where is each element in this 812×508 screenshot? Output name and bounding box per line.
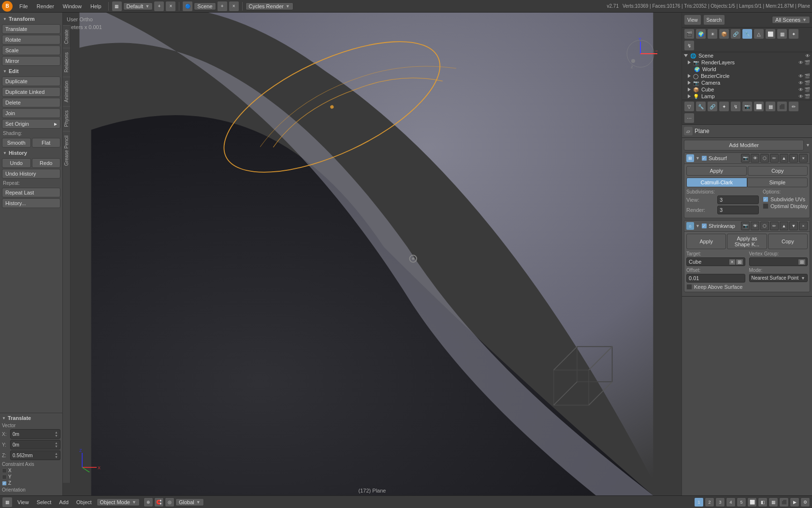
3d-viewport[interactable]: User Ortho Meters x 0.001 → Y Z [63, 13, 682, 495]
renderlayers-eye[interactable]: 👁 [798, 60, 803, 65]
shrinkwrap-apply-button[interactable]: Apply [686, 234, 726, 249]
constraints-icon[interactable]: 🔗 [730, 29, 741, 39]
obj-constraint-icon[interactable]: 🔗 [707, 101, 718, 112]
proportional-icon[interactable]: ◎ [165, 497, 174, 507]
cube-item[interactable]: 📦 Cube 👁 🎬 [682, 86, 812, 93]
scale-button[interactable]: Scale [2, 45, 60, 55]
viewport-type-icon[interactable]: ▦ [2, 497, 13, 508]
subsurf-catmull-tab[interactable]: Catmull-Clark [686, 178, 747, 187]
obj-data-icon[interactable]: ▽ [684, 101, 695, 112]
target-clear-button[interactable]: × [729, 259, 735, 265]
shrinkwrap-down-icon[interactable]: ▼ [789, 222, 798, 230]
bezier-circle-item[interactable]: ◯ BezierCircle 👁 🎬 [682, 73, 812, 79]
menu-help[interactable]: Help [87, 2, 105, 10]
render-layers-item[interactable]: 📷 RenderLayers 👁 🎬 [682, 59, 812, 66]
x-axis-value[interactable]: 0m ▲▼ [10, 429, 60, 439]
render-props-icon[interactable]: 🎬 [684, 29, 695, 39]
menu-window[interactable]: Window [59, 2, 86, 10]
obj-physics-icon[interactable]: ↯ [730, 101, 741, 112]
shrinkwrap-enable-checkbox[interactable]: ✓ [701, 223, 707, 229]
physics-icon[interactable]: ↯ [684, 40, 695, 51]
all-scenes-dropdown[interactable]: All Scenes ▼ [772, 16, 810, 24]
z-constraint-checkbox[interactable]: ✓ [2, 481, 7, 486]
texture-icon[interactable]: ▦ [777, 29, 787, 39]
bottom-view-btn[interactable]: View [14, 498, 32, 506]
mode-dropdown[interactable]: Nearest Surface Point ▼ [749, 274, 808, 282]
world-props-icon[interactable]: ☀ [707, 29, 718, 39]
add-screen-icon[interactable]: + [154, 1, 164, 12]
shrinkwrap-eye-icon[interactable]: 👁 [751, 222, 759, 230]
layer-icon-3[interactable]: 3 [715, 497, 725, 507]
layer-icon-5[interactable]: 5 [737, 497, 746, 507]
join-button[interactable]: Join [2, 108, 60, 118]
subsurf-apply-button[interactable]: Apply [686, 166, 747, 176]
lamp-eye[interactable]: 👁 [798, 94, 803, 99]
sidebar-tab-physics[interactable]: Physics [63, 106, 70, 131]
render-mode-icon[interactable]: ⬜ [747, 497, 757, 507]
subsurf-up-icon[interactable]: ▲ [780, 154, 788, 163]
remove-screen-icon[interactable]: × [165, 1, 176, 12]
optimal-display-checkbox[interactable] [763, 203, 768, 209]
set-origin-button[interactable]: Set Origin ▶ [2, 119, 60, 129]
flat-button[interactable]: Flat [32, 138, 61, 148]
offset-value[interactable]: 0.01 [686, 274, 745, 283]
renderlayers-render[interactable]: 🎬 [804, 60, 810, 65]
target-field[interactable]: Cube × ⊞ [686, 257, 745, 266]
mirror-button[interactable]: Mirror [2, 56, 60, 66]
redo-button[interactable]: Redo [32, 158, 61, 168]
vertex-group-field[interactable]: ⊞ [749, 257, 808, 266]
render-texture-icon[interactable]: ▦ [768, 497, 778, 507]
shrinkwrap-render-icon[interactable]: 📷 [741, 222, 750, 230]
bottom-object-btn[interactable]: Object [73, 498, 95, 506]
shrinkwrap-up-icon[interactable]: ▲ [780, 222, 788, 230]
obj-texture-icon[interactable]: ▦ [765, 101, 776, 112]
object-props-icon[interactable]: 📦 [719, 29, 729, 39]
bottom-select-btn[interactable]: Select [34, 498, 55, 506]
camera-render[interactable]: 🎬 [804, 80, 810, 86]
obj-camera-icon[interactable]: 📷 [742, 101, 753, 112]
menu-render[interactable]: Render [33, 2, 58, 10]
x-constraint-checkbox[interactable] [2, 468, 7, 473]
sidebar-tab-grease[interactable]: Grease Pencil [63, 131, 70, 170]
obj-material-icon[interactable]: ⬜ [754, 101, 764, 112]
scene-item[interactable]: 🌐 Scene 👁 [682, 52, 812, 59]
obj-edit-icon[interactable]: ✏ [788, 101, 799, 112]
search-button[interactable]: Search [703, 15, 725, 25]
subsurf-copy-button[interactable]: Copy [748, 166, 808, 176]
mode-dropdown-bottom[interactable]: Object Mode ▼ [97, 498, 140, 506]
sidebar-tab-relations[interactable]: Relations [63, 48, 70, 76]
subsurf-cage-icon[interactable]: ⬡ [760, 154, 769, 163]
render-engine-dropdown[interactable]: Cycles Render ▼ [246, 2, 293, 10]
smooth-button[interactable]: Smooth [2, 138, 31, 148]
camera-eye[interactable]: 👁 [798, 80, 803, 86]
modifiers-icon[interactable]: 🔧 [742, 29, 753, 39]
scene-dropdown[interactable]: Scene [194, 2, 216, 10]
y-axis-value[interactable]: 0m ▲▼ [10, 440, 60, 449]
workspace-dropdown[interactable]: Default ▼ [123, 2, 153, 10]
add-scene-icon[interactable]: + [217, 1, 228, 12]
scene-props-icon[interactable]: 🌍 [696, 29, 706, 39]
obj-modifier-icon[interactable]: 🔧 [696, 101, 706, 112]
obj-render-icon[interactable]: ⬛ [777, 101, 787, 112]
subsurf-simple-tab[interactable]: Simple [747, 178, 808, 187]
undo-history-button[interactable]: Undo History [2, 169, 60, 179]
subsurf-eye-icon[interactable]: 👁 [751, 154, 759, 163]
sidebar-tab-animation[interactable]: Animation [63, 76, 70, 106]
scene-eye-icon[interactable]: 👁 [805, 53, 810, 59]
world-item[interactable]: 🌍 World [682, 66, 812, 73]
lamp-item[interactable]: 💡 Lamp 👁 🎬 [682, 93, 812, 100]
history-button[interactable]: History... [2, 198, 60, 208]
game-icon[interactable]: ▶ [790, 497, 799, 507]
subsurf-edit-icon[interactable]: ✏ [770, 154, 779, 163]
bezier-eye[interactable]: 👁 [798, 74, 803, 79]
remove-scene-icon[interactable]: × [229, 1, 239, 12]
render-value[interactable]: 3 [717, 206, 759, 214]
sidebar-tab-create[interactable]: Create [63, 25, 70, 48]
particles-icon[interactable]: ✦ [788, 29, 799, 39]
subsurf-down-icon[interactable]: ▼ [789, 154, 798, 163]
shrinkwrap-edit-icon[interactable]: ✏ [770, 222, 779, 230]
scene-all-dropdown[interactable]: All Scenes ▼ [772, 16, 810, 24]
render-material-icon[interactable]: ⬛ [779, 497, 789, 507]
view-button[interactable]: View [684, 15, 701, 25]
delete-button[interactable]: Delete [2, 98, 60, 107]
